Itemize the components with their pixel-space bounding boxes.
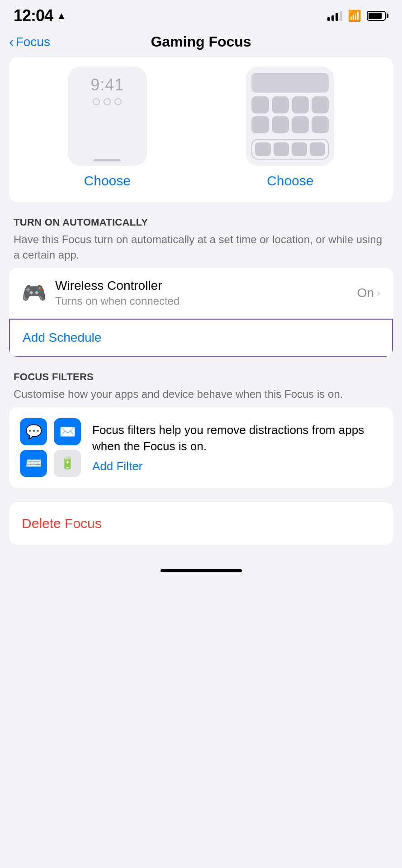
battery-icon [367, 11, 388, 21]
lock-screen-choose-button[interactable]: Choose [84, 173, 131, 189]
nav-bar: ‹ Focus Gaming Focus [0, 29, 402, 57]
main-content: 9:41 Choose [0, 57, 402, 545]
lock-screen-option: 9:41 Choose [68, 66, 147, 189]
controller-info: Wireless Controller Turns on when connec… [55, 278, 348, 307]
auto-section-card: 🎮 Wireless Controller Turns on when conn… [9, 268, 393, 357]
gamepad-icon: 🎮 [22, 281, 47, 305]
filters-card: 💬 ✉️ ⌨️ 🔋 Focus filters help you remove … [9, 407, 393, 488]
home-screen-mockup [246, 66, 334, 166]
auto-section-title: TURN ON AUTOMATICALLY [14, 217, 388, 228]
screen-chooser-card: 9:41 Choose [9, 57, 393, 202]
page-title: Gaming Focus [151, 33, 251, 50]
mock-time: 9:41 [90, 75, 124, 94]
home-widget [251, 73, 329, 93]
filters-row: 💬 ✉️ ⌨️ 🔋 Focus filters help you remove … [9, 407, 393, 488]
mail-app-icon: ✉️ [54, 418, 81, 445]
home-icon-grid [251, 96, 329, 133]
messages-app-icon: 💬 [20, 418, 47, 445]
battery-app-icon: 🔋 [54, 450, 81, 477]
lock-screen-mockup: 9:41 [68, 66, 147, 166]
controller-icon-wrap: 🎮 [22, 281, 46, 305]
filters-section-header: FOCUS FILTERS Customise how your apps an… [9, 371, 393, 402]
home-indicator [0, 563, 402, 581]
lock-dots [93, 98, 122, 105]
home-screen-choose-button[interactable]: Choose [267, 173, 313, 189]
controller-status: On › [357, 286, 380, 300]
home-indicator-bar [161, 569, 242, 572]
location-icon: ▲ [57, 10, 66, 22]
filters-section-title: FOCUS FILTERS [14, 371, 388, 383]
filter-icons-grid: 💬 ✉️ ⌨️ 🔋 [20, 418, 83, 477]
lock-home-bar [94, 159, 121, 161]
delete-focus-button[interactable]: Delete Focus [22, 516, 102, 531]
auto-section-desc: Have this Focus turn on automatically at… [14, 232, 388, 262]
delete-focus-card[interactable]: Delete Focus [9, 502, 393, 545]
filters-section-desc: Customise how your apps and device behav… [14, 387, 388, 402]
auto-section-header: TURN ON AUTOMATICALLY Have this Focus tu… [9, 217, 393, 262]
status-time: 12:04 [14, 6, 53, 25]
wireless-controller-row[interactable]: 🎮 Wireless Controller Turns on when conn… [9, 268, 393, 319]
home-dock [251, 139, 329, 160]
controller-status-label: On [357, 286, 374, 300]
filters-description: Focus filters help you remove distractio… [92, 422, 382, 455]
status-bar: 12:04 ▲ 📶 [0, 0, 402, 29]
status-icons: 📶 [327, 9, 388, 22]
keyboard-app-icon: ⌨️ [20, 450, 47, 477]
controller-name: Wireless Controller [55, 278, 348, 293]
chevron-left-icon: ‹ [9, 34, 14, 49]
controller-sub: Turns on when connected [55, 295, 348, 307]
back-button[interactable]: ‹ Focus [9, 35, 50, 49]
add-schedule-button[interactable]: Add Schedule [9, 319, 393, 357]
filters-info: Focus filters help you remove distractio… [92, 422, 382, 473]
chevron-right-icon: › [377, 287, 380, 299]
wifi-icon: 📶 [348, 9, 361, 22]
back-label: Focus [16, 35, 50, 49]
add-schedule-label: Add Schedule [23, 330, 101, 345]
home-screen-option: Choose [246, 66, 334, 189]
add-filter-button[interactable]: Add Filter [92, 459, 382, 473]
signal-bars-icon [327, 11, 342, 21]
